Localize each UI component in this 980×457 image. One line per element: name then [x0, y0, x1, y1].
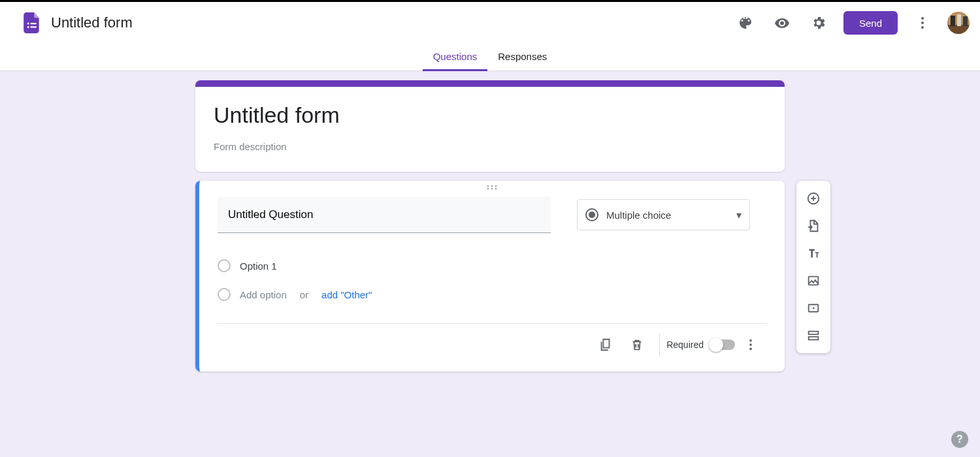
option-row[interactable]: Option 1: [218, 251, 766, 280]
more-vert-icon: [915, 15, 930, 31]
send-button[interactable]: Send: [843, 11, 898, 35]
options-list: Option 1 Add option or add "Other": [218, 251, 766, 309]
more-vert-icon: [743, 338, 758, 352]
svg-point-6: [921, 26, 924, 29]
avatar-image: [947, 12, 970, 34]
add-title-button[interactable]: [799, 240, 828, 267]
svg-point-13: [491, 185, 493, 187]
import-questions-button[interactable]: [799, 212, 828, 240]
divider: [659, 334, 660, 356]
form-title[interactable]: Untitled form: [214, 102, 766, 128]
question-type-dropdown[interactable]: Multiple choice ▾: [577, 199, 750, 230]
svg-point-0: [27, 23, 29, 25]
video-icon: [806, 301, 821, 315]
palette-icon: [738, 15, 753, 31]
form-accent-bar: [195, 80, 785, 87]
trash-icon: [630, 338, 644, 352]
section-icon: [806, 328, 821, 343]
preview-button[interactable]: [768, 8, 796, 37]
file-import-icon: [806, 219, 821, 233]
svg-point-20: [749, 347, 752, 350]
settings-button[interactable]: [804, 8, 833, 37]
editor-tabs: Questions Responses: [0, 44, 980, 71]
question-footer: Required: [218, 323, 766, 365]
form-description[interactable]: Form description: [214, 141, 766, 152]
image-icon: [806, 274, 821, 288]
required-label: Required: [666, 339, 704, 350]
add-other-button[interactable]: add "Other": [321, 289, 372, 300]
add-image-button[interactable]: [799, 267, 828, 294]
eye-icon: [774, 15, 790, 31]
svg-rect-1: [30, 23, 37, 24]
question-type-label: Multiple choice: [606, 210, 728, 221]
question-card[interactable]: Multiple choice ▾ Option 1 Add option o: [195, 181, 785, 371]
option-radio-icon: [218, 259, 231, 272]
svg-point-17: [495, 188, 497, 190]
drag-handle[interactable]: [199, 181, 785, 194]
svg-point-19: [749, 343, 752, 346]
svg-point-18: [749, 339, 752, 341]
form-header-card[interactable]: Untitled form Form description: [195, 80, 785, 172]
copy-icon: [598, 338, 613, 352]
help-button[interactable]: ?: [951, 431, 968, 448]
delete-button[interactable]: [621, 329, 653, 360]
add-option-row: Add option or add "Other": [218, 280, 766, 309]
svg-rect-22: [809, 277, 819, 285]
svg-point-14: [495, 185, 497, 187]
svg-rect-24: [809, 332, 819, 335]
question-more-button[interactable]: [735, 329, 766, 360]
radio-icon: [585, 208, 598, 221]
svg-rect-10: [957, 14, 961, 26]
svg-point-15: [487, 188, 489, 190]
tab-questions[interactable]: Questions: [423, 44, 488, 71]
document-title[interactable]: Untitled form: [51, 14, 133, 31]
forms-brand-icon[interactable]: [22, 11, 42, 35]
svg-rect-3: [30, 26, 37, 27]
gear-icon: [811, 15, 826, 31]
svg-rect-25: [809, 337, 819, 340]
app-header: Untitled form Send: [0, 2, 980, 44]
plus-circle-icon: [806, 191, 821, 206]
add-option-button[interactable]: Add option: [240, 289, 287, 300]
svg-rect-8: [947, 25, 970, 34]
svg-point-5: [921, 22, 924, 24]
duplicate-button[interactable]: [590, 329, 621, 360]
side-toolbar: [796, 181, 830, 353]
option-label[interactable]: Option 1: [240, 260, 277, 272]
form-canvas: Untitled form Form description: [0, 71, 980, 457]
chevron-down-icon: ▾: [736, 209, 742, 221]
tab-responses[interactable]: Responses: [487, 44, 557, 71]
or-label: or: [300, 289, 308, 300]
svg-point-12: [487, 185, 489, 187]
text-icon: [806, 246, 821, 260]
required-toggle[interactable]: [710, 339, 735, 350]
option-radio-icon: [218, 288, 231, 301]
svg-point-4: [921, 17, 924, 20]
svg-rect-11: [963, 16, 968, 26]
svg-point-16: [491, 188, 493, 190]
account-avatar[interactable]: [947, 12, 970, 34]
add-section-button[interactable]: [799, 322, 828, 349]
drag-dots-icon: [485, 185, 498, 190]
add-video-button[interactable]: [799, 294, 828, 322]
svg-rect-9: [951, 16, 955, 26]
customize-theme-button[interactable]: [731, 8, 760, 37]
add-question-button[interactable]: [799, 185, 828, 212]
svg-point-2: [27, 26, 29, 28]
question-title-input[interactable]: [218, 197, 551, 233]
more-button[interactable]: [908, 8, 937, 37]
